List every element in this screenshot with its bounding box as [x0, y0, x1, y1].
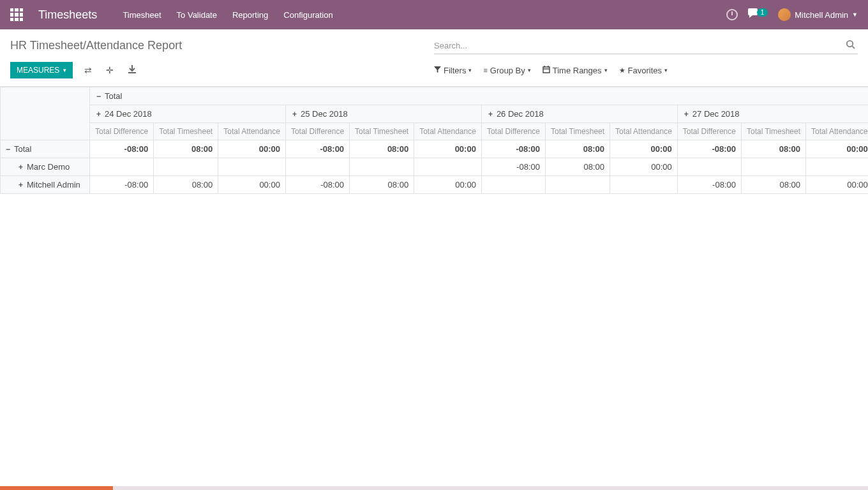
measure-header[interactable]: Total Attendance — [610, 123, 678, 140]
groupby-dropdown[interactable]: ≡ Group By ▾ — [483, 66, 530, 75]
pivot-cell: -08:00 — [677, 140, 741, 158]
svg-line-1 — [852, 46, 855, 48]
search-bar — [434, 37, 858, 54]
plus-icon[interactable]: + — [684, 110, 689, 119]
pivot-cell: -08:00 — [285, 140, 349, 158]
search-input[interactable] — [434, 41, 843, 50]
pivot-cell: 00:00 — [218, 140, 286, 158]
date-group-label[interactable]: 27 Dec 2018 — [692, 109, 740, 119]
favorites-dropdown[interactable]: ★ Favorites ▾ — [619, 66, 668, 75]
pivot-cell: 08:00 — [546, 158, 610, 176]
main-navbar: Timesheets Timesheet To Validate Reporti… — [0, 0, 868, 29]
chat-button[interactable]: 1 — [748, 8, 768, 21]
search-icon[interactable] — [843, 40, 858, 51]
clock-icon[interactable] — [726, 9, 738, 20]
measure-header[interactable]: Total Difference — [481, 123, 545, 140]
pivot-cell — [806, 158, 868, 176]
caret-down-icon: ▾ — [664, 67, 668, 73]
pivot-cell — [218, 158, 286, 176]
measure-header[interactable]: Total Difference — [90, 123, 154, 140]
measure-header[interactable]: Total Timesheet — [154, 123, 218, 140]
timeranges-dropdown[interactable]: Time Ranges ▾ — [542, 66, 608, 75]
chat-badge-count: 1 — [757, 8, 768, 17]
user-name: Mitchell Admin — [795, 10, 848, 20]
nav-right: 1 Mitchell Admin ▼ — [726, 8, 858, 21]
pivot-cell: 08:00 — [350, 140, 414, 158]
row-header-total[interactable]: −Total — [1, 140, 90, 158]
measures-label: MEASURES — [17, 66, 59, 75]
plus-icon[interactable]: + — [19, 163, 23, 172]
pivot-cell: 00:00 — [806, 176, 868, 194]
timeranges-label: Time Ranges — [553, 66, 602, 75]
nav-item-validate[interactable]: To Validate — [177, 10, 217, 20]
pivot-cell: 08:00 — [350, 176, 414, 194]
col-group-date[interactable]: +26 Dec 2018 — [481, 105, 677, 123]
col-group-date[interactable]: +27 Dec 2018 — [677, 105, 868, 123]
list-icon: ≡ — [483, 66, 487, 74]
col-group-total[interactable]: −Total — [90, 87, 869, 105]
measure-header[interactable]: Total Timesheet — [546, 123, 610, 140]
nav-item-timesheet[interactable]: Timesheet — [123, 10, 161, 20]
pivot-cell — [741, 158, 805, 176]
row-header[interactable]: +Marc Demo — [1, 158, 90, 176]
favorites-label: Favorites — [628, 66, 662, 75]
filters-dropdown[interactable]: Filters ▾ — [434, 66, 472, 75]
nav-menu: Timesheet To Validate Reporting Configur… — [123, 10, 726, 20]
avatar — [778, 8, 791, 21]
col-group-date[interactable]: +24 Dec 2018 — [90, 105, 286, 123]
plus-icon[interactable]: + — [488, 110, 493, 119]
pivot-cell — [350, 158, 414, 176]
svg-point-0 — [847, 41, 853, 47]
measure-header[interactable]: Total Attendance — [414, 123, 482, 140]
measure-header[interactable]: Total Attendance — [806, 123, 868, 140]
nav-item-reporting[interactable]: Reporting — [232, 10, 268, 20]
pivot-cell — [610, 176, 678, 194]
pivot-cell: -08:00 — [90, 140, 154, 158]
download-button[interactable] — [125, 63, 139, 78]
measures-button[interactable]: MEASURES ▾ — [10, 62, 73, 78]
plus-icon[interactable]: + — [96, 110, 101, 119]
row-label[interactable]: Mitchell Admin — [27, 180, 80, 189]
apps-icon[interactable] — [10, 8, 23, 21]
breadcrumb: HR Timesheet/Attendance Report — [10, 39, 434, 52]
pivot-cell — [481, 176, 545, 194]
date-group-label[interactable]: 26 Dec 2018 — [497, 109, 544, 119]
measure-header[interactable]: Total Difference — [677, 123, 741, 140]
nav-item-configuration[interactable]: Configuration — [283, 10, 333, 20]
funnel-icon — [434, 66, 441, 75]
row-header[interactable]: +Mitchell Admin — [1, 176, 90, 194]
row-total-label[interactable]: Total — [14, 144, 31, 154]
star-icon: ★ — [619, 66, 625, 75]
measure-header[interactable]: Total Timesheet — [350, 123, 414, 140]
flip-axis-button[interactable]: ⇄ — [82, 63, 94, 78]
minus-icon[interactable]: − — [96, 92, 101, 101]
pivot-cell: 08:00 — [154, 140, 218, 158]
pivot-corner — [1, 87, 90, 140]
pivot-cell: -08:00 — [481, 158, 545, 176]
col-group-date[interactable]: +25 Dec 2018 — [285, 105, 481, 123]
pivot-cell: 00:00 — [218, 176, 286, 194]
date-group-label[interactable]: 24 Dec 2018 — [105, 109, 152, 119]
caret-down-icon: ▼ — [852, 11, 858, 18]
svg-rect-2 — [543, 67, 550, 73]
pivot-cell: -08:00 — [677, 176, 741, 194]
pivot-cell: 00:00 — [414, 140, 482, 158]
pivot-cell — [285, 158, 349, 176]
expand-all-button[interactable]: ✛ — [103, 63, 116, 78]
plus-icon[interactable]: + — [19, 181, 23, 189]
pivot-cell — [414, 158, 482, 176]
user-menu[interactable]: Mitchell Admin ▼ — [778, 8, 858, 21]
plus-icon[interactable]: + — [292, 110, 297, 119]
calendar-icon — [542, 66, 550, 75]
caret-down-icon: ▾ — [468, 67, 472, 73]
measure-header[interactable]: Total Timesheet — [741, 123, 805, 140]
measure-header[interactable]: Total Difference — [285, 123, 349, 140]
pivot-body: −Total-08:0008:0000:00-08:0008:0000:00-0… — [1, 140, 869, 194]
minus-icon[interactable]: − — [6, 145, 10, 154]
date-group-label[interactable]: 25 Dec 2018 — [301, 109, 348, 119]
measure-header[interactable]: Total Attendance — [218, 123, 286, 140]
pivot-cell — [90, 158, 154, 176]
col-total-label[interactable]: Total — [105, 91, 122, 101]
row-label[interactable]: Marc Demo — [27, 162, 70, 172]
app-brand: Timesheets — [38, 8, 97, 22]
